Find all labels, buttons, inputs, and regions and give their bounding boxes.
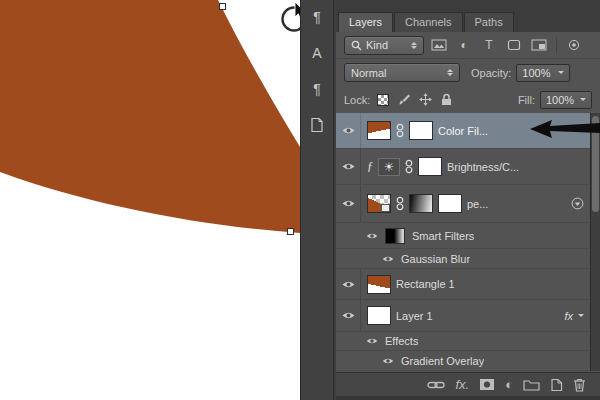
eye-icon[interactable] xyxy=(366,232,378,240)
fill-label: Fill: xyxy=(518,94,535,106)
opacity-label: Opacity: xyxy=(471,67,511,79)
filter-name[interactable]: Gaussian Blur xyxy=(401,253,470,265)
fill-dropdown[interactable]: 100% xyxy=(540,91,592,109)
layer-row-brightness[interactable]: ƒ ☀ Brightness/C... xyxy=(336,149,590,185)
layer-thumbnail[interactable] xyxy=(367,121,391,140)
opacity-value: 100% xyxy=(522,67,550,79)
tab-layers[interactable]: Layers xyxy=(338,12,393,32)
eye-icon xyxy=(342,311,355,320)
mask-link-icon xyxy=(396,196,404,211)
search-icon xyxy=(351,40,362,51)
layer-row-smart-object[interactable]: pe... xyxy=(336,185,590,223)
lock-all-icon[interactable] xyxy=(438,91,454,108)
libraries-panel-icon[interactable] xyxy=(306,114,328,136)
eye-icon[interactable] xyxy=(366,337,378,345)
brown-swoosh-shape xyxy=(0,0,300,400)
layer-name[interactable]: pe... xyxy=(467,198,488,210)
layer-row-layer-1[interactable]: Layer 1 fx xyxy=(336,300,590,332)
eye-icon xyxy=(342,280,355,289)
panel-dock: ¶ A ¶ xyxy=(300,0,334,400)
document-canvas[interactable] xyxy=(0,0,300,400)
lock-label: Lock: xyxy=(344,94,370,106)
character-styles-panel-icon[interactable]: ¶ xyxy=(306,78,328,100)
filter-kind-label: Kind xyxy=(366,39,388,51)
filter-pixel-layers-icon[interactable] xyxy=(429,37,449,54)
lock-position-icon[interactable] xyxy=(417,91,433,108)
layer-row-gradient-overlay[interactable]: Gradient Overlay xyxy=(336,351,590,371)
vector-mask-thumbnail[interactable] xyxy=(438,194,462,213)
tab-paths[interactable]: Paths xyxy=(464,12,514,32)
link-layers-icon[interactable] xyxy=(427,380,445,390)
layer-name[interactable]: Color Fil... xyxy=(438,125,488,137)
filter-type-layers-icon[interactable]: T xyxy=(479,37,499,54)
layer-mask-thumbnail[interactable] xyxy=(409,121,433,140)
layer-row-color-fill[interactable]: Color Fil... xyxy=(336,113,590,149)
add-layer-mask-icon[interactable] xyxy=(479,378,495,391)
panel-bottom-edge xyxy=(336,396,600,400)
blend-mode-value: Normal xyxy=(351,67,386,79)
layer-name[interactable]: Brightness/C... xyxy=(447,161,519,173)
new-group-icon[interactable] xyxy=(523,378,540,391)
visibility-toggle[interactable] xyxy=(336,113,361,148)
delete-layer-icon[interactable] xyxy=(573,378,586,392)
visibility-toggle[interactable] xyxy=(336,149,361,184)
character-panel-icon[interactable]: A xyxy=(306,42,328,64)
layer-style-icon[interactable]: fx. xyxy=(455,377,469,392)
layer-thumbnail[interactable] xyxy=(367,306,391,325)
effects-collapse-icon[interactable] xyxy=(578,314,584,317)
eye-icon[interactable] xyxy=(382,357,394,365)
layer-row-smart-filters[interactable]: Smart Filters xyxy=(336,223,590,249)
filter-kind-dropdown[interactable]: Kind xyxy=(344,36,424,55)
layer-mask-thumbnail[interactable] xyxy=(418,157,442,176)
effects-label[interactable]: Effects xyxy=(385,335,418,347)
fx-badge[interactable]: fx xyxy=(564,310,573,322)
layer-list-scrollbar[interactable] xyxy=(590,113,600,371)
smart-filters-label[interactable]: Smart Filters xyxy=(412,230,474,242)
new-layer-icon[interactable] xyxy=(550,378,563,392)
filter-adjustment-layers-icon[interactable]: ◐ xyxy=(454,37,474,54)
dropdown-arrows-icon xyxy=(447,69,453,76)
chevron-down-icon xyxy=(558,71,564,74)
panel-tab-bar: Layers Channels Paths xyxy=(336,12,600,32)
visibility-toggle[interactable] xyxy=(336,300,361,331)
filter-shape-layers-icon[interactable] xyxy=(504,37,524,54)
clipping-mask-icon: ƒ xyxy=(367,159,373,174)
eye-icon[interactable] xyxy=(382,255,394,263)
panel-drag-strip[interactable] xyxy=(336,0,600,12)
paragraph-panel-icon[interactable]: ¶ xyxy=(306,6,328,28)
eye-icon xyxy=(342,199,355,208)
filter-toggle-icon[interactable] xyxy=(564,37,584,54)
eye-icon xyxy=(342,126,355,135)
layer-name[interactable]: Layer 1 xyxy=(396,310,433,322)
transform-handle-top[interactable] xyxy=(219,3,226,10)
layer-thumbnail[interactable] xyxy=(367,275,391,294)
transform-handle-bottom[interactable] xyxy=(287,228,294,235)
mask-link-icon xyxy=(396,123,404,138)
opacity-dropdown[interactable]: 100% xyxy=(516,64,570,82)
visibility-toggle[interactable] xyxy=(336,185,361,222)
mask-link-icon xyxy=(405,159,413,174)
smart-object-badge-icon xyxy=(381,204,390,212)
layer-row-gaussian-blur[interactable]: Gaussian Blur xyxy=(336,249,590,269)
smart-filter-collapse[interactable] xyxy=(571,197,584,210)
lock-image-pixels-icon[interactable] xyxy=(396,91,412,108)
lock-transparent-pixels-icon[interactable] xyxy=(375,91,391,108)
new-adjustment-layer-icon[interactable]: ◐ xyxy=(505,377,513,392)
gradient-mask-thumbnail[interactable] xyxy=(409,194,433,213)
layer-name[interactable]: Rectangle 1 xyxy=(396,278,455,290)
layer-list: Color Fil... ƒ ☀ Brightness/C... xyxy=(336,113,590,371)
visibility-toggle[interactable] xyxy=(336,269,361,299)
filter-smart-objects-icon[interactable] xyxy=(529,37,549,54)
blend-mode-dropdown[interactable]: Normal xyxy=(344,63,460,82)
filter-mask-thumbnail[interactable] xyxy=(385,228,405,244)
layer-row-rectangle-1[interactable]: Rectangle 1 xyxy=(336,269,590,300)
dropdown-arrows-icon xyxy=(411,42,417,49)
brightness-adjustment-icon[interactable]: ☀ xyxy=(378,158,400,176)
tab-channels[interactable]: Channels xyxy=(394,12,462,32)
smart-object-thumbnail[interactable] xyxy=(367,194,391,213)
effect-name[interactable]: Gradient Overlay xyxy=(401,355,484,367)
blend-opacity-row: Normal Opacity: 100% xyxy=(336,59,600,86)
scrollbar-thumb[interactable] xyxy=(592,116,599,212)
collapse-circle-icon xyxy=(571,197,584,210)
layer-row-effects[interactable]: Effects xyxy=(336,332,590,351)
